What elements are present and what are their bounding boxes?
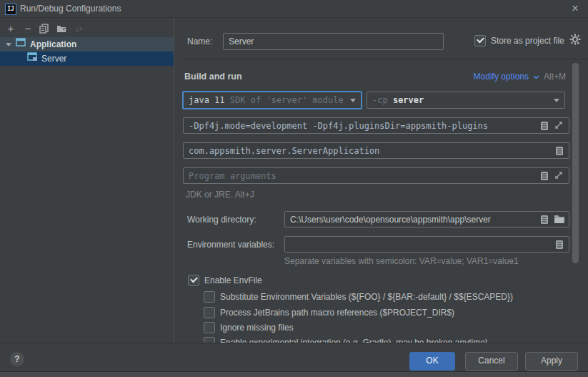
help-button[interactable]: ? [10,352,24,366]
insert-macros-icon[interactable] [554,145,565,157]
run-debug-configurations-dialog: IJ Run/Debug Configurations × + − ↓az Ap… [0,0,588,377]
envfile-option-row: Substitute Environment Variables (${FOO}… [204,291,513,303]
main-class-input[interactable] [184,146,554,156]
application-type-icon [16,37,26,52]
configurations-panel: + − ↓az Application Server Edit configur… [0,18,174,343]
envfile-option-label: Ignore missing files [220,323,294,333]
expand-field-icon[interactable] [554,170,565,182]
sort-configurations-icon: ↓az [72,22,85,35]
dialog-footer: ? OK Cancel Apply [0,343,588,372]
insert-macros-icon[interactable] [554,239,565,250]
window-title: Run/Debug Configurations [20,4,121,14]
store-as-project-file-row: Store as project file [474,34,581,47]
new-folder-icon[interactable] [55,22,68,35]
ignore-missing-files-checkbox[interactable] [204,322,215,333]
enable-envfile-row: Enable EnvFile [188,275,262,286]
tree-item-server[interactable]: Server [0,52,174,66]
envfile-option-row: Ignore missing files [204,322,294,333]
enable-envfile-label: Enable EnvFile [204,275,262,285]
working-directory-field-wrap [284,211,569,227]
add-configuration-icon[interactable]: + [4,22,17,35]
insert-macros-icon[interactable] [539,120,550,132]
environment-variables-field-wrap [284,236,569,253]
program-arguments-input[interactable] [184,171,539,181]
intellij-logo-icon: IJ [5,4,16,15]
insert-macros-icon[interactable] [539,214,550,225]
substitute-env-vars-checkbox[interactable] [204,291,215,303]
ok-button[interactable]: OK [409,352,455,371]
store-as-project-file-checkbox[interactable] [474,35,486,46]
vertical-scrollbar[interactable] [572,63,579,263]
vm-options-field-wrap [183,117,569,134]
modify-options-link[interactable]: Modify options [474,72,529,82]
run-configuration-icon [27,52,38,66]
cancel-button[interactable]: Cancel [465,352,518,371]
jre-combobox[interactable]: java 11 SDK of 'server' module [182,91,362,109]
cp-flag: -cp [367,95,393,105]
program-arguments-field-wrap [183,167,569,184]
process-path-macros-checkbox[interactable] [204,307,215,318]
dropdown-arrow-icon[interactable] [350,99,356,102]
remove-configuration-icon[interactable]: − [21,22,34,35]
insert-macros-icon[interactable] [539,170,550,182]
section-divider [181,59,588,59]
close-icon[interactable]: × [568,1,582,16]
tree-item-label: Server [41,52,66,66]
gear-icon[interactable] [569,34,581,47]
jdk-hint: JDK or JRE. Alt+J [186,190,254,200]
title-bar: IJ Run/Debug Configurations × [0,0,588,18]
apply-button[interactable]: Apply [525,352,578,371]
envfile-option-label: Process JetBrains path macro references … [220,308,454,318]
expand-field-icon[interactable] [554,120,565,132]
main-class-field-wrap [183,142,569,159]
browse-folder-icon[interactable] [554,214,565,225]
cp-module: server [393,95,424,105]
jre-hint: SDK of 'server' module [225,95,344,105]
working-directory-input[interactable] [285,215,539,225]
classpath-combobox[interactable]: -cp server [367,92,565,109]
environment-variables-hint: Separate variables with semicolon: VAR=v… [284,256,519,266]
vm-options-input[interactable] [184,121,539,131]
envfile-option-label: Substitute Environment Variables (${FOO}… [220,292,513,302]
store-as-project-file-label: Store as project file [491,36,564,46]
jre-value: java 11 [184,95,225,105]
environment-variables-input[interactable] [285,240,554,250]
environment-variables-label: Environment variables: [187,240,274,250]
chevron-down-icon[interactable] [533,72,539,82]
chevron-down-icon[interactable] [6,41,11,47]
copy-configuration-icon[interactable] [38,22,51,35]
name-input[interactable] [224,36,443,46]
working-directory-label: Working directory: [187,215,256,225]
envfile-option-row: Process JetBrains path macro references … [204,307,454,318]
modify-options-shortcut: Alt+M [544,72,566,82]
background-window-strip [0,371,588,377]
name-label: Name: [187,36,212,46]
enable-envfile-checkbox[interactable] [188,275,199,286]
build-and-run-heading: Build and run [184,72,242,82]
tree-group-application[interactable]: Application [0,37,174,52]
tree-group-label: Application [30,37,76,52]
dropdown-arrow-icon[interactable] [554,99,559,102]
